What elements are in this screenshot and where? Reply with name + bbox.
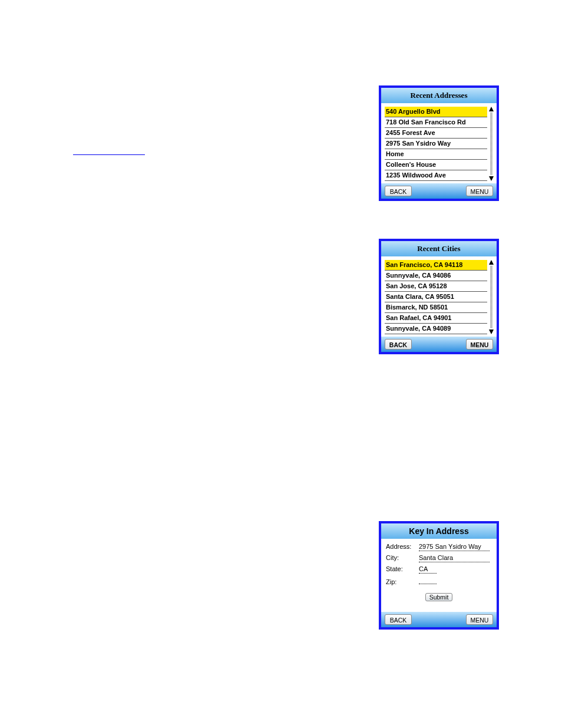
scroll-track[interactable] (490, 266, 492, 328)
svg-marker-1 (489, 176, 494, 181)
list-item[interactable]: 540 Arguello Blvd (385, 107, 487, 117)
list-item[interactable]: San Francisco, CA 94118 (385, 260, 487, 271)
city-label: City: (386, 554, 415, 561)
list-item[interactable]: 2455 Forest Ave (385, 128, 487, 139)
recent-addresses-list: 540 Arguello Blvd 718 Old San Francisco … (385, 107, 487, 181)
scrollbar[interactable] (488, 107, 494, 181)
list-item[interactable]: Home (385, 149, 487, 160)
reference-link[interactable] (73, 154, 145, 155)
svg-marker-2 (489, 260, 494, 265)
list-item[interactable]: 2975 San Ysidro Way (385, 139, 487, 149)
scroll-up-icon[interactable] (489, 107, 494, 111)
key-in-address-panel: Key In Address Address: 2975 San Ysidro … (379, 521, 499, 630)
list-item[interactable]: San Rafael, CA 94901 (385, 313, 487, 324)
city-field[interactable]: Santa Clara (419, 554, 490, 562)
recent-cities-title: Recent Cities (381, 241, 497, 256)
scroll-track[interactable] (490, 113, 492, 175)
recent-cities-list: San Francisco, CA 94118 Sunnyvale, CA 94… (385, 260, 487, 334)
recent-addresses-panel: Recent Addresses 540 Arguello Blvd 718 O… (379, 85, 499, 201)
address-label: Address: (386, 543, 415, 550)
state-label: State: (386, 565, 415, 572)
state-field[interactable]: CA (419, 565, 437, 574)
menu-button[interactable]: MENU (466, 339, 493, 350)
scroll-down-icon[interactable] (489, 176, 494, 181)
back-button[interactable]: BACK (385, 614, 412, 625)
list-item[interactable]: Sunnyvale, CA 94089 (385, 324, 487, 334)
menu-button[interactable]: MENU (466, 186, 493, 196)
recent-addresses-title: Recent Addresses (381, 88, 497, 103)
back-button[interactable]: BACK (385, 339, 412, 350)
address-field[interactable]: 2975 San Ysidro Way (419, 542, 490, 551)
key-in-address-title: Key In Address (381, 523, 497, 539)
scrollbar[interactable] (488, 260, 494, 334)
zip-field[interactable] (419, 576, 437, 584)
list-item[interactable]: Bismarck, ND 58501 (385, 302, 487, 313)
list-item[interactable]: Sunnyvale, CA 94086 (385, 271, 487, 281)
list-item[interactable]: 1235 Wildwood Ave (385, 170, 487, 181)
list-item[interactable]: Santa Clara, CA 95051 (385, 292, 487, 302)
recent-cities-panel: Recent Cities San Francisco, CA 94118 Su… (379, 239, 499, 354)
back-button[interactable]: BACK (385, 186, 412, 196)
menu-button[interactable]: MENU (466, 614, 493, 625)
svg-marker-0 (489, 107, 494, 111)
scroll-up-icon[interactable] (489, 260, 494, 265)
scroll-down-icon[interactable] (489, 330, 494, 334)
list-item[interactable]: 718 Old San Francisco Rd (385, 117, 487, 128)
svg-marker-3 (489, 330, 494, 334)
submit-button[interactable]: Submit (425, 593, 453, 601)
zip-label: Zip: (386, 578, 415, 585)
list-item[interactable]: Colleen's House (385, 160, 487, 170)
list-item[interactable]: San Jose, CA 95128 (385, 281, 487, 292)
